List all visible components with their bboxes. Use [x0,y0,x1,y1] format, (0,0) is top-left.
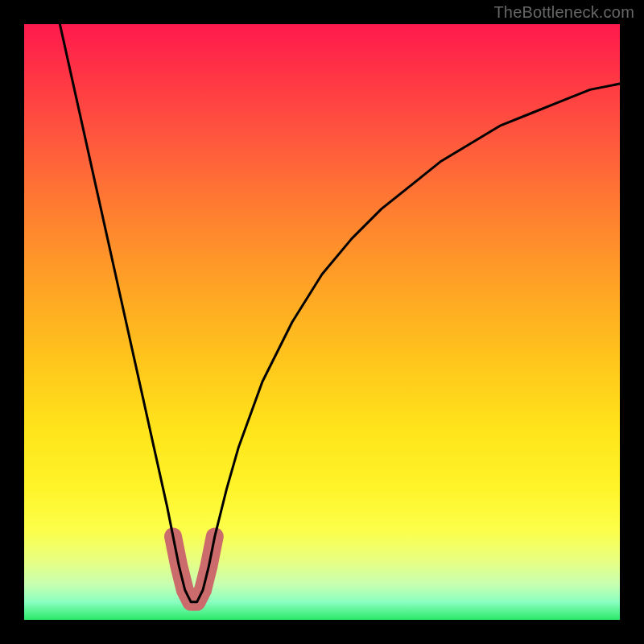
chart-frame: TheBottleneck.com [0,0,644,644]
bottleneck-curve-svg [24,24,620,620]
bottleneck-curve-path [60,24,620,602]
plot-area [24,24,620,620]
watermark-text: TheBottleneck.com [493,3,634,22]
